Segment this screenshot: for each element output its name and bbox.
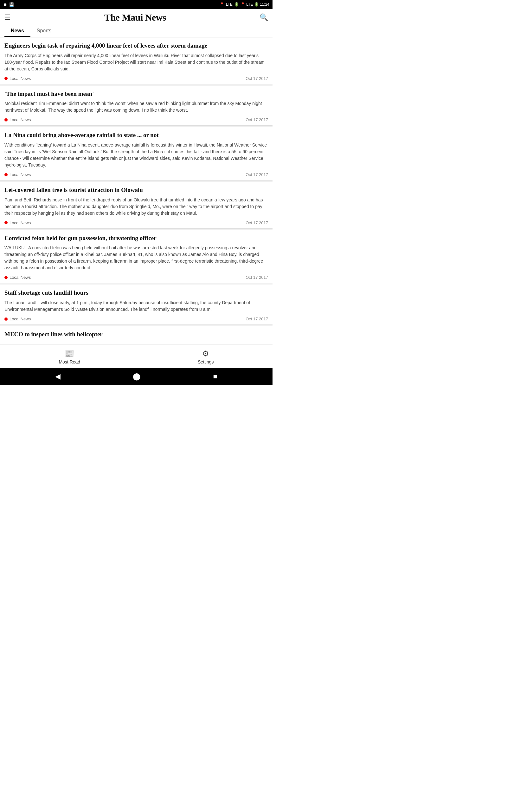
status-bar: ⏺ 💾 📍 LTE 🔋 📍 LTE 🔋 11:24 xyxy=(0,0,273,9)
article-meta-3: Local News Oct 17 2017 xyxy=(4,172,268,177)
category-label-3: Local News xyxy=(9,172,31,177)
article-category-1: Local News xyxy=(4,76,31,81)
article-category-5: Local News xyxy=(4,275,31,280)
article-card-5[interactable]: Convicted felon held for gun possession,… xyxy=(0,230,273,284)
status-icon-1: ⏺ xyxy=(3,2,7,7)
nav-tabs: News Sports xyxy=(4,26,268,37)
article-title-3: La Nina could bring above-average rainfa… xyxy=(4,131,268,139)
article-summary-3: With conditions 'leaning' toward a La Ni… xyxy=(4,142,268,168)
category-label-2: Local News xyxy=(9,117,31,122)
bottom-nav-most-read[interactable]: 📰 Most Read xyxy=(59,349,80,364)
article-category-2: Local News xyxy=(4,117,31,122)
category-dot-2 xyxy=(4,118,8,121)
article-category-3: Local News xyxy=(4,172,31,177)
article-title-7: MECO to inspect lines with helicopter xyxy=(4,331,268,339)
article-date-4: Oct 17 2017 xyxy=(245,220,268,225)
search-icon[interactable]: 🔍 xyxy=(260,13,268,21)
app-header: ☰ The Maui News 🔍 News Sports xyxy=(0,9,273,38)
category-dot-1 xyxy=(4,77,8,80)
article-meta-2: Local News Oct 17 2017 xyxy=(4,117,268,122)
article-title-4: Lei-covered fallen tree is tourist attra… xyxy=(4,186,268,194)
category-dot-6 xyxy=(4,317,8,321)
settings-label: Settings xyxy=(198,359,214,364)
android-recent-button[interactable]: ■ xyxy=(213,372,217,380)
android-nav-bar: ◀ ⬤ ■ xyxy=(0,368,273,385)
tab-sports[interactable]: Sports xyxy=(31,26,58,37)
bottom-nav: 📰 Most Read ⚙ Settings xyxy=(0,346,273,368)
article-card-4[interactable]: Lei-covered fallen tree is tourist attra… xyxy=(0,182,273,229)
category-label-1: Local News xyxy=(9,76,31,81)
android-home-button[interactable]: ⬤ xyxy=(133,372,141,380)
article-date-6: Oct 17 2017 xyxy=(245,316,268,321)
battery-icon: 🔋 xyxy=(234,2,239,7)
article-card-7[interactable]: MECO to inspect lines with helicopter xyxy=(0,326,273,345)
article-date-2: Oct 17 2017 xyxy=(245,117,268,122)
category-label-4: Local News xyxy=(9,220,31,225)
category-dot-3 xyxy=(4,173,8,176)
article-date-5: Oct 17 2017 xyxy=(245,275,268,280)
article-summary-4: Pam and Beth Richards pose in front of t… xyxy=(4,197,268,217)
article-title-2: 'The impact must have been mean' xyxy=(4,90,268,98)
article-meta-6: Local News Oct 17 2017 xyxy=(4,316,268,321)
article-date-1: Oct 17 2017 xyxy=(245,76,268,81)
most-read-icon: 📰 xyxy=(65,349,74,358)
tab-news[interactable]: News xyxy=(4,26,31,37)
article-meta-4: Local News Oct 17 2017 xyxy=(4,220,268,225)
status-right-icons: 📍 LTE 🔋 📍 LTE 🔋 11:24 xyxy=(220,2,269,7)
hamburger-menu-icon[interactable]: ☰ xyxy=(4,13,11,21)
article-summary-2: Molokai resident Tim Emmanuel didn't wan… xyxy=(4,100,268,113)
lte-indicator: LTE xyxy=(226,2,233,7)
article-date-3: Oct 17 2017 xyxy=(245,172,268,177)
clock: 📍 LTE 🔋 11:24 xyxy=(240,2,269,7)
article-card-3[interactable]: La Nina could bring above-average rainfa… xyxy=(0,127,273,181)
article-meta-5: Local News Oct 17 2017 xyxy=(4,275,268,280)
article-summary-1: The Army Corps of Engineers will repair … xyxy=(4,52,268,72)
category-dot-4 xyxy=(4,221,8,224)
most-read-label: Most Read xyxy=(59,359,80,364)
article-category-6: Local News xyxy=(4,316,31,321)
app-title: The Maui News xyxy=(11,12,260,23)
status-icon-2: 💾 xyxy=(9,2,14,7)
settings-icon: ⚙ xyxy=(202,349,209,358)
status-left-icons: ⏺ 💾 xyxy=(3,2,14,7)
article-meta-1: Local News Oct 17 2017 xyxy=(4,76,268,81)
article-list: Engineers begin task of repairing 4,000 … xyxy=(0,38,273,345)
category-label-6: Local News xyxy=(9,316,31,321)
article-category-4: Local News xyxy=(4,220,31,225)
article-title-6: Staff shortage cuts landfill hours xyxy=(4,289,268,297)
header-top: ☰ The Maui News 🔍 xyxy=(4,12,268,23)
article-card-2[interactable]: 'The impact must have been mean' Molokai… xyxy=(0,86,273,126)
category-dot-5 xyxy=(4,276,8,279)
bottom-nav-settings[interactable]: ⚙ Settings xyxy=(198,349,214,364)
article-summary-5: WAILUKU - A convicted felon was being he… xyxy=(4,245,268,271)
location-icon: 📍 xyxy=(220,2,224,7)
article-card-6[interactable]: Staff shortage cuts landfill hours The L… xyxy=(0,285,273,325)
article-card-1[interactable]: Engineers begin task of repairing 4,000 … xyxy=(0,38,273,84)
android-back-button[interactable]: ◀ xyxy=(55,372,60,380)
article-summary-6: The Lanai Landfill will close early, at … xyxy=(4,299,268,313)
category-label-5: Local News xyxy=(9,275,31,280)
article-title-5: Convicted felon held for gun possession,… xyxy=(4,235,268,242)
article-title-1: Engineers begin task of repairing 4,000 … xyxy=(4,42,268,50)
